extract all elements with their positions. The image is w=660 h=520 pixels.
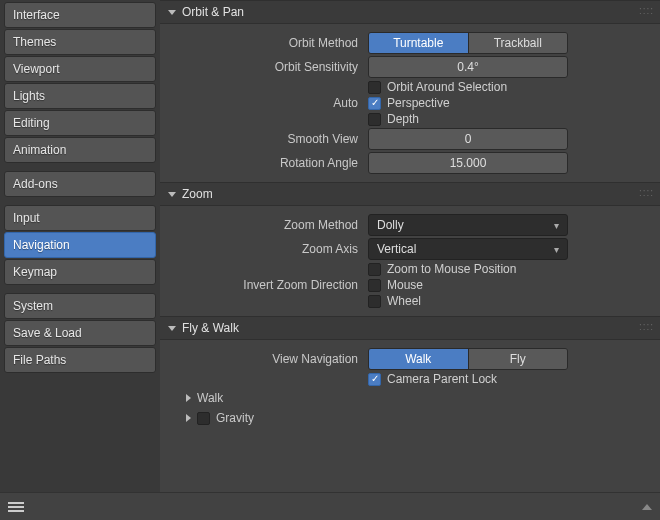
panel-header-zoom[interactable]: Zoom :::: bbox=[160, 182, 660, 206]
panel-header-orbit[interactable]: Orbit & Pan :::: bbox=[160, 0, 660, 24]
zoom-to-mouse-label: Zoom to Mouse Position bbox=[387, 262, 516, 276]
sidebar-item-interface[interactable]: Interface bbox=[4, 2, 156, 28]
auto-perspective-checkbox[interactable] bbox=[368, 97, 381, 110]
zoom-method-dropdown[interactable]: Dolly ▾ bbox=[368, 214, 568, 236]
zoom-axis-dropdown[interactable]: Vertical ▾ bbox=[368, 238, 568, 260]
panel-title: Orbit & Pan bbox=[182, 5, 244, 19]
view-navigation-label: View Navigation bbox=[168, 352, 368, 366]
orbit-around-selection-checkbox[interactable] bbox=[368, 81, 381, 94]
panel-title: Fly & Walk bbox=[182, 321, 239, 335]
rotation-angle-label: Rotation Angle bbox=[168, 156, 368, 170]
grip-icon[interactable]: :::: bbox=[639, 321, 654, 332]
footer-bar bbox=[0, 492, 660, 520]
zoom-axis-value: Vertical bbox=[377, 242, 416, 256]
invert-mouse-checkbox[interactable] bbox=[368, 279, 381, 292]
auto-depth-label: Depth bbox=[387, 112, 419, 126]
auto-perspective-label: Perspective bbox=[387, 96, 450, 110]
preferences-main: Orbit & Pan :::: Orbit Method Turntable … bbox=[160, 0, 660, 520]
hamburger-icon[interactable] bbox=[8, 502, 24, 512]
smooth-view-field[interactable]: 0 bbox=[368, 128, 568, 150]
orbit-method-label: Orbit Method bbox=[168, 36, 368, 50]
panel-zoom: Zoom :::: Zoom Method Dolly ▾ Zoom Axis … bbox=[160, 182, 660, 316]
orbit-sensitivity-field[interactable]: 0.4° bbox=[368, 56, 568, 78]
sidebar-item-lights[interactable]: Lights bbox=[4, 83, 156, 109]
orbit-method-trackball[interactable]: Trackball bbox=[468, 33, 568, 53]
triangle-down-icon bbox=[168, 326, 176, 331]
auto-depth-checkbox[interactable] bbox=[368, 113, 381, 126]
zoom-method-label: Zoom Method bbox=[168, 218, 368, 232]
orbit-method-toggle[interactable]: Turntable Trackball bbox=[368, 32, 568, 54]
view-navigation-walk[interactable]: Walk bbox=[369, 349, 468, 369]
invert-wheel-label: Wheel bbox=[387, 294, 421, 308]
panel-header-fly[interactable]: Fly & Walk :::: bbox=[160, 316, 660, 340]
gravity-subpanel-label: Gravity bbox=[216, 411, 254, 425]
triangle-right-icon bbox=[186, 394, 191, 402]
preferences-sidebar: InterfaceThemesViewportLightsEditingAnim… bbox=[0, 0, 160, 520]
sidebar-item-navigation[interactable]: Navigation bbox=[4, 232, 156, 258]
walk-subpanel[interactable]: Walk bbox=[168, 388, 652, 408]
gravity-subpanel[interactable]: Gravity bbox=[168, 408, 652, 428]
sidebar-item-themes[interactable]: Themes bbox=[4, 29, 156, 55]
grip-icon[interactable]: :::: bbox=[639, 5, 654, 16]
sidebar-item-system[interactable]: System bbox=[4, 293, 156, 319]
chevron-down-icon: ▾ bbox=[554, 220, 559, 231]
camera-parent-lock-label: Camera Parent Lock bbox=[387, 372, 497, 386]
triangle-down-icon bbox=[168, 192, 176, 197]
sidebar-item-file-paths[interactable]: File Paths bbox=[4, 347, 156, 373]
triangle-down-icon bbox=[168, 10, 176, 15]
sidebar-item-editing[interactable]: Editing bbox=[4, 110, 156, 136]
expand-icon[interactable] bbox=[642, 504, 652, 510]
zoom-axis-label: Zoom Axis bbox=[168, 242, 368, 256]
triangle-right-icon bbox=[186, 414, 191, 422]
smooth-view-label: Smooth View bbox=[168, 132, 368, 146]
invert-mouse-label: Mouse bbox=[387, 278, 423, 292]
rotation-angle-field[interactable]: 15.000 bbox=[368, 152, 568, 174]
orbit-sensitivity-label: Orbit Sensitivity bbox=[168, 60, 368, 74]
invert-wheel-checkbox[interactable] bbox=[368, 295, 381, 308]
sidebar-item-animation[interactable]: Animation bbox=[4, 137, 156, 163]
panel-title: Zoom bbox=[182, 187, 213, 201]
panel-fly-walk: Fly & Walk :::: View Navigation Walk Fly… bbox=[160, 316, 660, 434]
zoom-to-mouse-checkbox[interactable] bbox=[368, 263, 381, 276]
view-navigation-toggle[interactable]: Walk Fly bbox=[368, 348, 568, 370]
sidebar-item-keymap[interactable]: Keymap bbox=[4, 259, 156, 285]
sidebar-item-save-load[interactable]: Save & Load bbox=[4, 320, 156, 346]
zoom-method-value: Dolly bbox=[377, 218, 404, 232]
sidebar-item-viewport[interactable]: Viewport bbox=[4, 56, 156, 82]
auto-label: Auto bbox=[168, 96, 368, 110]
gravity-checkbox[interactable] bbox=[197, 412, 210, 425]
orbit-method-turntable[interactable]: Turntable bbox=[369, 33, 468, 53]
walk-subpanel-label: Walk bbox=[197, 391, 223, 405]
view-navigation-fly[interactable]: Fly bbox=[468, 349, 568, 369]
orbit-around-selection-label: Orbit Around Selection bbox=[387, 80, 507, 94]
sidebar-item-add-ons[interactable]: Add-ons bbox=[4, 171, 156, 197]
invert-zoom-label: Invert Zoom Direction bbox=[168, 278, 368, 292]
camera-parent-lock-checkbox[interactable] bbox=[368, 373, 381, 386]
grip-icon[interactable]: :::: bbox=[639, 187, 654, 198]
panel-orbit-pan: Orbit & Pan :::: Orbit Method Turntable … bbox=[160, 0, 660, 182]
sidebar-item-input[interactable]: Input bbox=[4, 205, 156, 231]
chevron-down-icon: ▾ bbox=[554, 244, 559, 255]
